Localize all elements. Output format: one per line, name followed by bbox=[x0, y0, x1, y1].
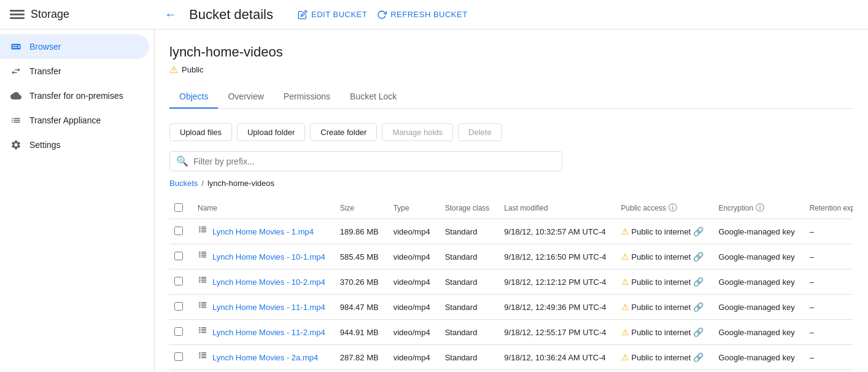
svg-rect-15 bbox=[201, 257, 206, 257]
browser-icon bbox=[10, 41, 22, 53]
row-checkbox-2[interactable] bbox=[174, 277, 183, 285]
row-checkbox-3[interactable] bbox=[174, 302, 183, 311]
refresh-icon bbox=[377, 10, 387, 20]
sidebar-item-browser[interactable]: Browser bbox=[0, 34, 149, 59]
file-name-5[interactable]: Lynch Home Movies - 2a.mp4 bbox=[198, 351, 325, 363]
breadcrumb-current: lynch-home-videos bbox=[207, 179, 274, 188]
file-name-0[interactable]: Lynch Home Movies - 1.mp4 bbox=[198, 225, 325, 238]
upload-files-button[interactable]: Upload files bbox=[169, 123, 232, 141]
file-last-modified-2: 9/18/12, 12:12:12 PM UTC-4 bbox=[499, 269, 616, 295]
file-retention-6: – bbox=[805, 370, 853, 373]
file-retention-2: – bbox=[805, 269, 853, 295]
back-button[interactable]: ← bbox=[165, 7, 177, 21]
tab-overview[interactable]: Overview bbox=[218, 85, 273, 109]
svg-rect-34 bbox=[199, 330, 201, 331]
col-header-last-modified: Last modified bbox=[499, 198, 616, 219]
public-link-icon-5[interactable]: 🔗 bbox=[693, 352, 703, 362]
tab-permissions[interactable]: Permissions bbox=[274, 85, 340, 109]
svg-rect-24 bbox=[199, 302, 201, 303]
table-row: Lynch Home Movies - 10-2.mp4 370.26 MB v… bbox=[169, 269, 853, 295]
file-name-2[interactable]: Lynch Home Movies - 10-2.mp4 bbox=[198, 276, 325, 288]
col-header-encryption: Encryption ⓘ bbox=[713, 198, 804, 219]
public-link-icon-0[interactable]: 🔗 bbox=[693, 227, 703, 236]
visibility-label: Public bbox=[182, 65, 203, 74]
main-layout: Browser Transfer Transfer for on-premise… bbox=[0, 29, 868, 372]
warning-icon: ⚠ bbox=[169, 64, 178, 76]
col-header-name: Name bbox=[193, 198, 335, 219]
bucket-name: lynch-home-videos bbox=[169, 44, 853, 60]
tab-bucket-lock[interactable]: Bucket Lock bbox=[340, 85, 406, 109]
svg-rect-41 bbox=[199, 354, 201, 355]
sidebar-item-transfer[interactable]: Transfer bbox=[0, 59, 149, 83]
file-last-modified-4: 9/18/12, 12:55:17 PM UTC-4 bbox=[499, 320, 616, 345]
svg-rect-9 bbox=[199, 254, 201, 254]
file-type-3: video/mp4 bbox=[389, 295, 440, 320]
svg-rect-8 bbox=[199, 252, 201, 252]
file-storage-class-0: Standard bbox=[440, 219, 500, 244]
file-encryption-1: Google-managed key bbox=[713, 244, 804, 269]
svg-rect-25 bbox=[199, 304, 201, 304]
file-encryption-4: Google-managed key bbox=[713, 320, 804, 345]
transfer-icon bbox=[10, 65, 22, 77]
svg-rect-20 bbox=[201, 277, 206, 277]
main-content: lynch-home-videos ⚠ Public Objects Overv… bbox=[155, 29, 868, 372]
breadcrumb-buckets-link[interactable]: Buckets bbox=[169, 179, 198, 188]
file-size-6: 1.42 GB bbox=[335, 370, 389, 373]
svg-rect-26 bbox=[199, 305, 201, 306]
file-name-3[interactable]: Lynch Home Movies - 11-1.mp4 bbox=[198, 301, 325, 313]
row-checkbox-4[interactable] bbox=[174, 327, 183, 336]
table-row: Lynch Home Movies - 1.mp4 189.86 MB vide… bbox=[169, 219, 853, 244]
create-folder-button[interactable]: Create folder bbox=[310, 123, 377, 141]
file-retention-1: – bbox=[805, 244, 853, 269]
file-public-access-2: ⚠ Public to internet 🔗 bbox=[616, 269, 714, 295]
delete-button: Delete bbox=[458, 123, 502, 141]
file-public-access-5: ⚠ Public to internet 🔗 bbox=[616, 345, 714, 370]
file-type-5: video/mp4 bbox=[389, 345, 440, 370]
refresh-bucket-button[interactable]: REFRESH BUCKET bbox=[377, 10, 467, 20]
public-access-help-icon[interactable]: ⓘ bbox=[668, 203, 677, 214]
filter-input[interactable] bbox=[193, 157, 556, 166]
public-link-icon-1[interactable]: 🔗 bbox=[693, 252, 703, 262]
svg-rect-19 bbox=[199, 282, 201, 282]
file-type-0: video/mp4 bbox=[389, 219, 440, 244]
file-size-0: 189.86 MB bbox=[335, 219, 389, 244]
svg-rect-31 bbox=[201, 307, 206, 308]
svg-rect-45 bbox=[201, 354, 206, 355]
public-warn-icon-3: ⚠ bbox=[621, 302, 629, 312]
row-checkbox-5[interactable] bbox=[174, 352, 183, 361]
file-type-1: video/mp4 bbox=[389, 244, 440, 269]
select-all-checkbox[interactable] bbox=[174, 203, 183, 212]
svg-rect-12 bbox=[201, 252, 206, 252]
file-encryption-0: Google-managed key bbox=[713, 219, 804, 244]
file-storage-class-4: Standard bbox=[440, 320, 500, 345]
public-link-icon-3[interactable]: 🔗 bbox=[693, 302, 703, 312]
file-icon-4 bbox=[198, 326, 207, 338]
svg-rect-2 bbox=[199, 230, 201, 230]
svg-rect-5 bbox=[201, 228, 206, 229]
svg-rect-17 bbox=[199, 279, 201, 279]
row-checkbox-1[interactable] bbox=[174, 252, 183, 260]
file-name-4[interactable]: Lynch Home Movies - 11-2.mp4 bbox=[198, 326, 325, 338]
file-name-1[interactable]: Lynch Home Movies - 10-1.mp4 bbox=[198, 250, 325, 263]
list-icon bbox=[10, 114, 22, 126]
tab-objects[interactable]: Objects bbox=[169, 85, 218, 109]
file-icon-5 bbox=[198, 351, 207, 363]
sidebar-item-transfer-on-premises[interactable]: Transfer for on-premises bbox=[0, 83, 149, 108]
edit-bucket-button[interactable]: EDIT BUCKET bbox=[298, 10, 367, 20]
file-last-modified-1: 9/18/12, 12:16:50 PM UTC-4 bbox=[499, 244, 616, 269]
edit-icon bbox=[298, 10, 308, 20]
encryption-help-icon[interactable]: ⓘ bbox=[756, 203, 764, 214]
file-public-access-3: ⚠ Public to internet 🔗 bbox=[616, 295, 714, 320]
upload-folder-button[interactable]: Upload folder bbox=[237, 123, 305, 141]
col-header-type: Type bbox=[389, 198, 440, 219]
svg-rect-22 bbox=[201, 280, 206, 281]
sidebar-item-transfer-appliance[interactable]: Transfer Appliance bbox=[0, 108, 149, 133]
public-link-icon-2[interactable]: 🔗 bbox=[693, 277, 703, 287]
svg-rect-42 bbox=[199, 355, 201, 356]
public-link-icon-4[interactable]: 🔗 bbox=[693, 327, 703, 337]
sidebar-item-settings[interactable]: Settings bbox=[0, 133, 149, 157]
file-retention-5: – bbox=[805, 345, 853, 370]
row-checkbox-0[interactable] bbox=[174, 227, 183, 235]
file-storage-class-5: Standard bbox=[440, 345, 500, 370]
file-storage-class-6: Standard bbox=[440, 370, 500, 373]
